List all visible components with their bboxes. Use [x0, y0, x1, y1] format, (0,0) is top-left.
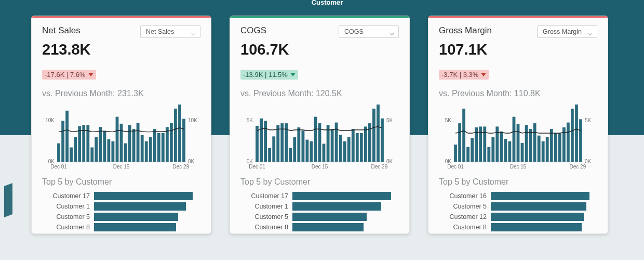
svg-rect-53 — [310, 141, 313, 162]
svg-text:5K: 5K — [386, 118, 393, 123]
top5-name: Customer 12 — [439, 213, 491, 220]
svg-rect-80 — [458, 123, 461, 162]
svg-rect-54 — [314, 117, 317, 162]
svg-text:Dec 01: Dec 01 — [50, 164, 67, 170]
svg-rect-94 — [517, 124, 520, 162]
top5-name: Customer 8 — [240, 224, 292, 231]
svg-rect-21 — [141, 135, 144, 162]
svg-rect-2 — [61, 121, 64, 162]
card-title: COGS — [240, 25, 266, 36]
top5-bar[interactable] — [491, 202, 586, 211]
svg-text:10K: 10K — [188, 118, 197, 123]
top5-bar[interactable] — [94, 213, 178, 221]
vs-previous: vs. Previous Month: 110.8K — [439, 89, 597, 98]
svg-rect-10 — [95, 137, 98, 162]
svg-rect-58 — [331, 129, 334, 162]
tab-customer[interactable]: Customer — [296, 0, 358, 6]
top5-bar[interactable] — [491, 192, 589, 200]
vs-previous: vs. Previous Month: 120.5K — [240, 89, 399, 98]
top5-bar[interactable] — [94, 192, 193, 200]
top5-bar[interactable] — [292, 213, 367, 221]
top5-bar[interactable] — [491, 213, 584, 221]
top5-bar[interactable] — [292, 202, 381, 211]
svg-rect-45 — [276, 125, 279, 162]
decorative-accent — [4, 183, 12, 217]
metric-dropdown[interactable]: Gross Margin — [537, 25, 597, 38]
svg-text:5K: 5K — [585, 118, 592, 123]
svg-rect-69 — [377, 105, 380, 162]
svg-rect-23 — [149, 137, 152, 162]
svg-rect-30 — [178, 105, 181, 162]
delta-badge: -13.9K | 11.5% — [240, 70, 298, 80]
top5-row: Customer 8 — [42, 223, 200, 231]
svg-rect-19 — [132, 129, 136, 162]
svg-rect-15 — [116, 117, 119, 162]
svg-rect-13 — [108, 139, 111, 162]
svg-rect-66 — [364, 126, 367, 162]
top5-bar[interactable] — [94, 223, 176, 231]
top5-bar[interactable] — [491, 223, 582, 231]
svg-rect-88 — [491, 137, 494, 162]
svg-rect-79 — [454, 145, 457, 162]
delta-badge: -17.6K | 7.6% — [42, 70, 96, 80]
top5-row: Customer 17 — [240, 192, 399, 200]
svg-rect-60 — [339, 135, 342, 162]
svg-rect-101 — [546, 137, 549, 162]
metric-dropdown[interactable]: COGS — [339, 25, 399, 38]
card-gross-margin: Gross Margin Gross Margin 107.1K -3.7K |… — [428, 16, 608, 234]
svg-rect-83 — [471, 138, 474, 162]
svg-rect-26 — [162, 133, 165, 162]
svg-rect-22 — [145, 141, 148, 162]
svg-rect-104 — [558, 133, 561, 162]
top5-bars: Customer 16 Customer 5 Customer 12 Custo… — [439, 190, 597, 231]
svg-rect-49 — [293, 137, 296, 162]
top5-row: Customer 1 — [240, 202, 399, 211]
svg-text:Dec 15: Dec 15 — [312, 164, 328, 170]
svg-rect-44 — [272, 136, 275, 162]
svg-rect-48 — [289, 148, 292, 162]
svg-text:Dec 29: Dec 29 — [173, 164, 190, 170]
svg-rect-95 — [521, 143, 524, 162]
top5-row: Customer 8 — [439, 223, 597, 231]
svg-text:Dec 01: Dec 01 — [249, 164, 265, 170]
top5-name: Customer 5 — [42, 213, 94, 220]
kpi-value: 107.1K — [439, 41, 597, 58]
svg-rect-109 — [579, 119, 582, 162]
svg-rect-18 — [128, 125, 131, 162]
top5-row: Customer 8 — [240, 223, 399, 231]
top5-row: Customer 5 — [439, 202, 597, 211]
top5-row: Customer 12 — [439, 213, 597, 221]
svg-rect-59 — [335, 123, 338, 162]
svg-rect-20 — [137, 123, 140, 162]
top5-bar[interactable] — [292, 192, 391, 200]
svg-rect-27 — [166, 127, 169, 162]
svg-rect-28 — [170, 123, 173, 162]
svg-text:Dec 01: Dec 01 — [447, 164, 464, 170]
mini-chart[interactable]: 5K0K5K0KDec 01Dec 15Dec 29 — [240, 101, 399, 174]
svg-rect-82 — [466, 147, 469, 162]
svg-rect-5 — [74, 137, 77, 162]
svg-rect-51 — [302, 131, 305, 162]
dropdown-label: COGS — [344, 28, 364, 35]
top5-bar[interactable] — [94, 202, 186, 211]
svg-rect-25 — [157, 133, 160, 162]
svg-rect-97 — [529, 129, 532, 162]
svg-rect-56 — [323, 144, 326, 162]
svg-rect-3 — [65, 111, 69, 162]
svg-rect-89 — [495, 126, 499, 162]
svg-text:5K: 5K — [445, 118, 452, 123]
top5-name: Customer 17 — [240, 192, 292, 200]
top5-bar[interactable] — [292, 223, 364, 231]
top5-name: Customer 1 — [42, 203, 94, 210]
top5-name: Customer 5 — [439, 203, 491, 210]
mini-chart[interactable]: 5K0K5K0KDec 01Dec 15Dec 29 — [439, 101, 597, 174]
metric-dropdown[interactable]: Net Sales — [140, 25, 200, 38]
svg-rect-92 — [508, 141, 512, 162]
svg-rect-63 — [352, 129, 355, 162]
svg-rect-1 — [57, 144, 60, 162]
svg-rect-31 — [182, 119, 185, 162]
mini-chart[interactable]: 10K0K10K0KDec 01Dec 15Dec 29 — [42, 101, 200, 174]
svg-text:10K: 10K — [45, 118, 55, 123]
svg-text:Dec 29: Dec 29 — [570, 164, 586, 170]
top5-name: Customer 16 — [439, 192, 491, 200]
